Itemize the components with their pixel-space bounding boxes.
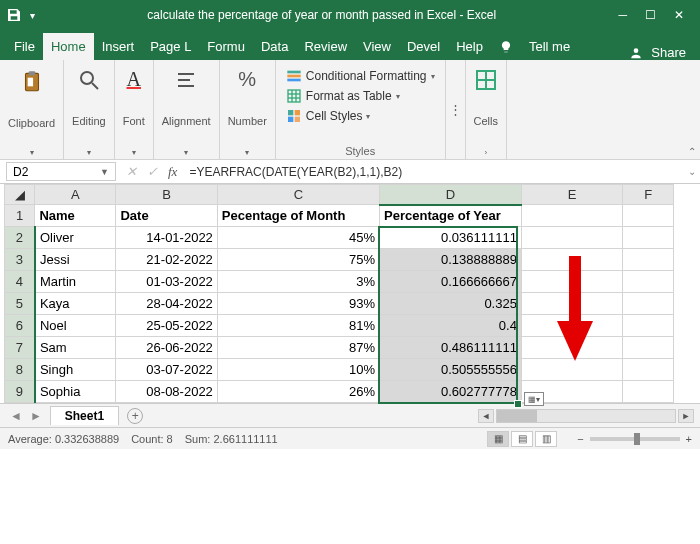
tab-developer[interactable]: Devel <box>399 33 448 60</box>
cell[interactable]: 10% <box>217 359 379 381</box>
tell-me-search[interactable]: Tell me <box>521 33 578 60</box>
scroll-left-button[interactable]: ◄ <box>478 409 494 423</box>
cell-selected[interactable]: 0.138888889 <box>380 249 522 271</box>
cell-styles-button[interactable]: Cell Styles ▾ <box>286 106 435 126</box>
cell[interactable] <box>623 315 674 337</box>
cell[interactable]: Date <box>116 205 217 227</box>
cell[interactable]: 08-08-2022 <box>116 381 217 403</box>
cell[interactable] <box>623 337 674 359</box>
row-header[interactable]: 2 <box>5 227 35 249</box>
cell[interactable] <box>623 249 674 271</box>
cell[interactable]: 03-07-2022 <box>116 359 217 381</box>
col-header-A[interactable]: A <box>35 185 116 205</box>
cell[interactable]: Name <box>35 205 116 227</box>
row-header[interactable]: 9 <box>5 381 35 403</box>
name-box[interactable]: D2 ▼ <box>6 162 116 181</box>
cell[interactable]: 14-01-2022 <box>116 227 217 249</box>
cell-selected[interactable]: 0.325 <box>380 293 522 315</box>
row-header[interactable]: 3 <box>5 249 35 271</box>
row-header[interactable]: 5 <box>5 293 35 315</box>
ribbon-group-cells[interactable]: Cells › <box>466 60 507 159</box>
tab-home[interactable]: Home <box>43 33 94 60</box>
new-sheet-button[interactable]: + <box>127 408 143 424</box>
cell[interactable] <box>623 271 674 293</box>
cell[interactable]: 28-04-2022 <box>116 293 217 315</box>
save-icon[interactable] <box>6 7 26 23</box>
cell[interactable]: 87% <box>217 337 379 359</box>
cell[interactable]: Jessi <box>35 249 116 271</box>
format-as-table-button[interactable]: Format as Table ▾ <box>286 86 435 106</box>
maximize-button[interactable]: ☐ <box>645 8 656 22</box>
tab-help[interactable]: Help <box>448 33 491 60</box>
sheet-nav-next[interactable]: ► <box>26 409 46 423</box>
cell-selected[interactable]: 0.486111111 <box>380 337 522 359</box>
cell[interactable]: Sophia <box>35 381 116 403</box>
cell[interactable] <box>623 381 674 403</box>
row-header[interactable]: 7 <box>5 337 35 359</box>
sheet-nav-prev[interactable]: ◄ <box>6 409 26 423</box>
row-header[interactable]: 1 <box>5 205 35 227</box>
zoom-out-button[interactable]: − <box>577 433 583 445</box>
view-page-break-button[interactable]: ▥ <box>535 431 557 447</box>
cell[interactable]: 01-03-2022 <box>116 271 217 293</box>
col-header-F[interactable]: F <box>623 185 674 205</box>
scroll-track[interactable] <box>496 409 676 423</box>
cell[interactable]: Noel <box>35 315 116 337</box>
minimize-button[interactable]: ─ <box>618 8 627 22</box>
cell[interactable]: Kaya <box>35 293 116 315</box>
cell-selected[interactable]: 0.4 <box>380 315 522 337</box>
close-button[interactable]: ✕ <box>674 8 684 22</box>
cell[interactable]: 26-06-2022 <box>116 337 217 359</box>
horizontal-scrollbar[interactable]: ◄ ► <box>478 409 694 423</box>
tab-view[interactable]: View <box>355 33 399 60</box>
tab-file[interactable]: File <box>6 33 43 60</box>
cell[interactable]: 75% <box>217 249 379 271</box>
lightbulb-icon[interactable] <box>491 34 521 60</box>
cell[interactable] <box>521 227 622 249</box>
formula-input[interactable]: =YEARFRAC(DATE(YEAR(B2),1,1),B2) <box>183 160 684 183</box>
ribbon-group-font[interactable]: A Font ▾ <box>115 60 154 159</box>
fill-handle[interactable] <box>514 400 522 408</box>
cell[interactable]: 25-05-2022 <box>116 315 217 337</box>
collapse-ribbon-button[interactable]: ⌃ <box>688 146 696 157</box>
cell[interactable] <box>623 205 674 227</box>
select-all-corner[interactable]: ◢ <box>5 185 35 205</box>
cell-selected[interactable]: 0.602777778 <box>380 381 522 403</box>
ribbon-group-clipboard[interactable]: Clipboard ▾ <box>0 60 64 159</box>
share-button[interactable]: Share <box>651 45 686 60</box>
zoom-in-button[interactable]: + <box>686 433 692 445</box>
fx-icon[interactable]: fx <box>168 164 177 180</box>
expand-formula-bar-button[interactable]: ⌄ <box>684 160 700 183</box>
view-normal-button[interactable]: ▦ <box>487 431 509 447</box>
ribbon-group-number[interactable]: % Number ▾ <box>220 60 276 159</box>
cell[interactable] <box>521 205 622 227</box>
scroll-thumb[interactable] <box>497 410 537 422</box>
cell[interactable]: 81% <box>217 315 379 337</box>
col-header-B[interactable]: B <box>116 185 217 205</box>
cell[interactable]: 45% <box>217 227 379 249</box>
cell[interactable]: Oliver <box>35 227 116 249</box>
cell[interactable] <box>623 293 674 315</box>
cell[interactable]: Martin <box>35 271 116 293</box>
tab-page-layout[interactable]: Page L <box>142 33 199 60</box>
conditional-formatting-button[interactable]: Conditional Formatting ▾ <box>286 66 435 86</box>
cell[interactable] <box>623 359 674 381</box>
tab-data[interactable]: Data <box>253 33 296 60</box>
scroll-right-button[interactable]: ► <box>678 409 694 423</box>
sheet-tab-active[interactable]: Sheet1 <box>50 406 119 425</box>
col-header-E[interactable]: E <box>521 185 622 205</box>
cell[interactable]: Singh <box>35 359 116 381</box>
row-header[interactable]: 4 <box>5 271 35 293</box>
cell[interactable]: 93% <box>217 293 379 315</box>
cell[interactable]: Percentage of Year <box>380 205 522 227</box>
ribbon-group-alignment[interactable]: Alignment ▾ <box>154 60 220 159</box>
ribbon-group-editing[interactable]: Editing ▾ <box>64 60 115 159</box>
zoom-knob[interactable] <box>634 433 640 445</box>
col-header-D[interactable]: D <box>380 185 522 205</box>
cell[interactable]: Sam <box>35 337 116 359</box>
cell[interactable]: 21-02-2022 <box>116 249 217 271</box>
zoom-slider[interactable] <box>590 437 680 441</box>
cell[interactable]: 3% <box>217 271 379 293</box>
cell[interactable] <box>623 227 674 249</box>
cell[interactable]: 26% <box>217 381 379 403</box>
